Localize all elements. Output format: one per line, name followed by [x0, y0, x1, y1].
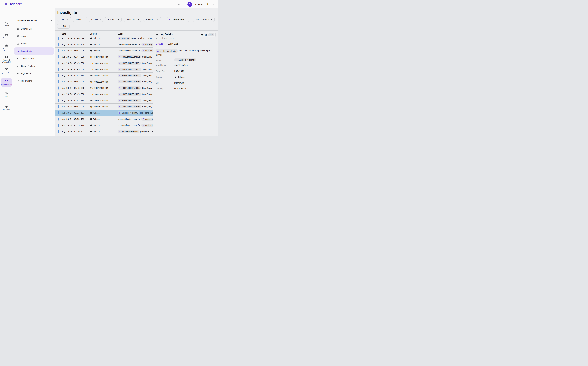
- rail-item-add-new[interactable]: Add New: [0, 105, 13, 111]
- row-accent-bar: [58, 80, 59, 83]
- bot-icon: [119, 112, 121, 114]
- svg-text:aws: aws: [90, 93, 92, 95]
- row-accent-bar: [58, 99, 59, 102]
- entity-badge[interactable]: ansible-bot-identity: [118, 130, 139, 133]
- row-source: aws981262289404: [90, 62, 108, 64]
- panel-title: Log Details: [160, 33, 173, 36]
- entity-badge[interactable]: ansible-bot-identity: [118, 111, 139, 114]
- brand-name: Teleport: [9, 2, 22, 6]
- teleport-gear-icon: [90, 112, 92, 114]
- row-accent-bar: [58, 43, 59, 46]
- filter-resource[interactable]: Resource: [105, 17, 122, 22]
- filter-source[interactable]: Source: [73, 17, 87, 22]
- entity-badge[interactable]: m-id-tag: [141, 49, 154, 52]
- person-icon: [119, 106, 121, 108]
- person-icon: [119, 75, 121, 76]
- rail-item-search[interactable]: Search: [0, 21, 13, 27]
- row-source: aws981262289404: [90, 56, 108, 58]
- filter-identity[interactable]: Identity: [89, 17, 103, 22]
- aws-icon: aws: [90, 68, 93, 70]
- filter-event-type[interactable]: Event Type: [124, 17, 141, 22]
- entity-badge[interactable]: ansible-bot-identity: [174, 58, 196, 61]
- sidebar-item-investigate[interactable]: Investigate: [14, 47, 54, 55]
- time-range-label: Last 15 minutes: [195, 18, 209, 21]
- sidebar-collapse-icon[interactable]: [50, 19, 52, 22]
- browse-icon: [17, 35, 20, 38]
- row-source: aws981262289404: [90, 87, 108, 89]
- row-source: aws981262289404: [90, 81, 108, 83]
- sidebar-item-sql-editor[interactable]: SQL Editor: [14, 70, 54, 77]
- column-header-date: Date: [62, 31, 66, 37]
- row-accent-bar: [58, 74, 59, 77]
- code-icon: [17, 72, 20, 75]
- add-filter-button[interactable]: Filter: [57, 24, 70, 29]
- field-country: CountryUnited States: [156, 86, 216, 91]
- crown-icon: [17, 57, 20, 60]
- row-date: Aug 20 14:06:26.365: [62, 130, 84, 133]
- sidebar-item-dashboard[interactable]: Dashboard: [14, 25, 54, 33]
- avatar[interactable]: B: [187, 2, 192, 7]
- entity-badge[interactable]: ansible-bot-identity: [156, 49, 178, 53]
- row-date: Aug 20 14:06:43.000: [62, 106, 84, 108]
- entity-badge[interactable]: i-0382df84108efd06c: [118, 80, 141, 83]
- filter-status[interactable]: Status: [57, 17, 71, 22]
- entity-badge[interactable]: i-0382df84108efd06c: [118, 93, 141, 96]
- panel-tabs: Details Event Data: [153, 43, 218, 46]
- bot-icon: [119, 37, 121, 39]
- sidebar-title: Identity Security: [17, 19, 37, 22]
- entity-badge[interactable]: i-0382df84108efd06c: [118, 61, 141, 65]
- entity-badge[interactable]: m-id-tag: [118, 37, 130, 40]
- row-date: Aug 20 14:06:33.112: [62, 124, 84, 126]
- tab-details[interactable]: Details: [156, 43, 163, 45]
- person-icon: [142, 124, 145, 126]
- column-header-event: Event: [118, 31, 123, 37]
- active-tab-underline: [154, 46, 165, 46]
- row-date: Aug 20 14:06:33.169: [62, 118, 84, 120]
- row-source: Teleport: [90, 124, 100, 126]
- rail-item-audit[interactable]: Audit: [0, 92, 13, 98]
- field-identity: Identity ansible-bot-identity: [156, 58, 216, 62]
- status-shield-warning-icon[interactable]: [207, 3, 210, 6]
- field-ip-address: IP Address35.92.225.2: [156, 63, 216, 67]
- notifications-bell-icon[interactable]: [178, 3, 181, 6]
- row-source: Teleport: [90, 37, 100, 39]
- sidebar-item-integrations[interactable]: Integrations: [14, 77, 54, 85]
- rail-item-identity-governance[interactable]: Identity Governance: [0, 67, 13, 75]
- teleport-logo[interactable]: Teleport: [4, 2, 22, 6]
- tab-event-data[interactable]: Event Data: [168, 43, 178, 45]
- sidebar-item-crown-jewels[interactable]: Crown Jewels: [14, 55, 54, 62]
- entity-badge[interactable]: m-id-tag: [141, 43, 154, 46]
- sidebar-item-alerts[interactable]: Alerts: [14, 40, 54, 47]
- entity-badge[interactable]: i-0382df84108efd06c: [118, 55, 141, 58]
- close-button[interactable]: Close esc: [200, 32, 216, 37]
- row-date: Aug 20 14:06:48.059: [62, 43, 84, 46]
- sidebar-item-browse[interactable]: Browse: [14, 33, 54, 40]
- person-icon: [119, 56, 121, 58]
- sidebar-nav: Dashboard Browse Alerts Investigate Crow…: [13, 25, 55, 85]
- person-icon: [119, 93, 121, 95]
- rail-item-identity-security[interactable]: Identity Security: [1, 78, 12, 87]
- user-menu-chevron-down-icon[interactable]: [213, 3, 215, 6]
- rail-item-resources[interactable]: Resources: [0, 33, 13, 39]
- alerts-icon: [17, 42, 20, 45]
- field-city: CityBoardman: [156, 81, 216, 85]
- entity-badge[interactable]: i-0382df84108efd06c: [118, 74, 141, 77]
- filter-ip-address[interactable]: IP Address: [143, 17, 161, 22]
- entity-badge[interactable]: i-0382df84108efd06c: [118, 105, 141, 108]
- entity-badge[interactable]: i-0382df84108efd06c: [118, 68, 141, 71]
- tabs-divider: [165, 46, 218, 46]
- sidebar-item-graph-explorer[interactable]: Graph Explorer: [14, 62, 54, 70]
- add-filter-label: Filter: [63, 25, 68, 27]
- field-event-type: Event Typebot.join: [156, 69, 216, 73]
- rail-item-machine-workload-id[interactable]: Machine & Workload ID: [0, 55, 13, 63]
- row-source: aws981262289404: [90, 74, 108, 77]
- entity-badge[interactable]: i-0382df84108efd06c: [118, 99, 141, 102]
- field-source: SourceTeleport: [156, 75, 216, 79]
- time-range-dropdown[interactable]: Last 15 minutes: [192, 17, 214, 22]
- event-message: ansible-bot-identity joined the cluster …: [156, 49, 217, 57]
- row-date: Aug 20 14:06:44.000: [62, 56, 84, 58]
- row-date: Aug 20 14:06:47.998: [62, 50, 84, 52]
- rail-item-zero-trust-access[interactable]: Zero Trust Access: [0, 44, 13, 52]
- entity-badge[interactable]: i-0382df84108efd06c: [118, 86, 141, 90]
- new-results-button[interactable]: 3 new results: [167, 17, 190, 22]
